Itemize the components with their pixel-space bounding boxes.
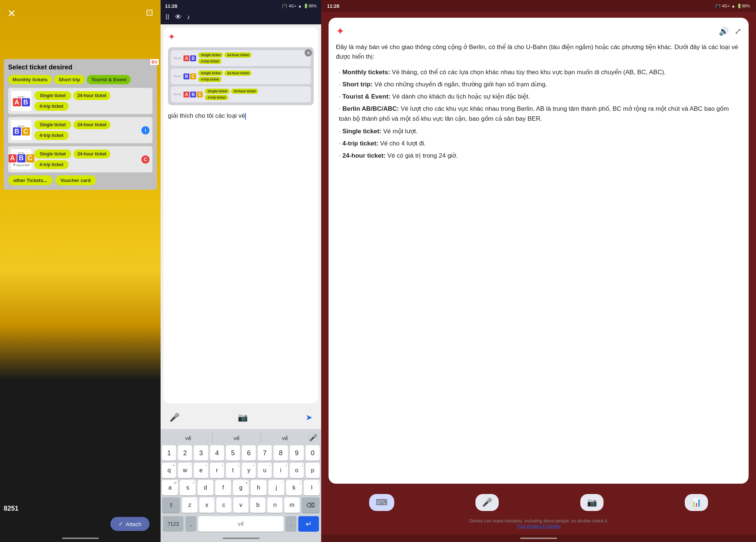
music-icon[interactable]: ♪ xyxy=(187,13,190,21)
key-7[interactable]: 7 xyxy=(258,445,272,461)
apps-icon[interactable]: ⠿ xyxy=(165,13,170,21)
space-key[interactable]: về xyxy=(198,516,284,532)
bottom-button-row: other Tickets... Voucher card xyxy=(8,175,152,185)
ticket-img-berlin-ab: Berlin xyxy=(174,56,181,60)
key-s[interactable]: s# xyxy=(180,480,196,495)
key-v[interactable]: v xyxy=(233,497,248,513)
key-8[interactable]: 8 xyxy=(274,445,288,461)
enter-key[interactable]: ↵ xyxy=(298,516,319,532)
key-k[interactable]: k( xyxy=(286,480,302,495)
short-trip-button[interactable]: Short trip xyxy=(54,75,85,84)
key-t[interactable]: t] xyxy=(226,463,240,478)
key-0[interactable]: 0 xyxy=(306,445,320,461)
expand-icon[interactable]: ⤢ xyxy=(735,27,741,36)
key-2[interactable]: 2 xyxy=(178,445,192,461)
key-6[interactable]: 6 xyxy=(242,445,256,461)
c-icon[interactable]: C xyxy=(141,155,150,164)
key-b[interactable]: b xyxy=(250,497,265,513)
key-m[interactable]: m xyxy=(284,497,299,513)
hour-ticket-bc[interactable]: 24-hour ticket xyxy=(73,120,110,129)
close-image-icon[interactable]: ✕ xyxy=(305,49,312,56)
key-x[interactable]: x" xyxy=(199,497,214,513)
berlin-label-ab: Berlin xyxy=(18,96,25,98)
bullet-short-trip: · Short trip: Vé cho những chuyến đi ngắ… xyxy=(336,79,741,89)
camera-control-button[interactable]: 📷 xyxy=(580,494,604,511)
trip-ticket-abc[interactable]: 4-trip ticket xyxy=(34,160,69,169)
bullet-monthly: · Monthly tickets: Vé tháng, có thể có c… xyxy=(336,67,741,77)
ticket-row-abc: Berlin A B C ✈ Airport BER Single ticket… xyxy=(8,146,152,172)
key-r[interactable]: r[ xyxy=(210,463,224,478)
close-icon[interactable]: ✕ xyxy=(7,7,16,20)
keyboard-asdf-row: a@ s# d f- g& h j+ k( l) xyxy=(161,480,321,495)
key-p[interactable]: p xyxy=(306,463,320,478)
backspace-key[interactable]: ⌫ xyxy=(302,497,320,513)
hour-ticket-ab[interactable]: 24-hour ticket xyxy=(73,91,110,100)
monthly-tickets-button[interactable]: Monthly tickets xyxy=(8,75,52,84)
key-1[interactable]: 1 xyxy=(162,445,176,461)
p3-signal-bars-icon: ▲ xyxy=(731,4,735,8)
key-e[interactable]: e= xyxy=(194,463,208,478)
trip-ticket-bc[interactable]: 4-trip ticket xyxy=(34,131,69,140)
key-c[interactable]: c xyxy=(216,497,231,513)
key-5[interactable]: 5 xyxy=(226,445,240,461)
key-9[interactable]: 9 xyxy=(290,445,304,461)
speaker-icon[interactable]: 🔊 xyxy=(719,27,729,36)
comma-key[interactable]: , xyxy=(185,516,196,532)
suggestion-mic-icon[interactable]: 🎤 xyxy=(309,433,317,443)
key-d[interactable]: d xyxy=(197,480,213,495)
mic-button[interactable]: 🎤 xyxy=(166,410,182,425)
ticket-img-row-bc: Berlin B C Single ticket 24-hour ticket … xyxy=(171,68,311,84)
lens-icon[interactable]: 👁 xyxy=(175,13,182,21)
key-y[interactable]: y< xyxy=(242,463,256,478)
key-4[interactable]: 4 xyxy=(210,445,224,461)
key-z[interactable]: z* xyxy=(182,497,197,513)
zone-b2: B xyxy=(13,127,21,136)
key-i[interactable]: i{ xyxy=(274,463,288,478)
key-w[interactable]: w\ xyxy=(178,463,192,478)
key-n[interactable]: n xyxy=(267,497,282,513)
mini-btns-abc: Single ticket 24-hour ticket 4-trip tick… xyxy=(205,89,308,100)
ticket-buttons-abc: Single ticket 24-hour ticket 4-trip tick… xyxy=(34,150,138,169)
suggestion-2[interactable]: về xyxy=(213,433,261,443)
key-3[interactable]: 3 xyxy=(194,445,208,461)
key-u[interactable]: u> xyxy=(258,463,272,478)
privacy-link[interactable]: Your privacy & Gemini xyxy=(517,524,560,529)
bullet-24hour: · 24-hour ticket: Vé có giá trị trong 24… xyxy=(336,151,741,161)
attach-button[interactable]: ✓ Attach xyxy=(110,517,150,531)
camera-button[interactable]: 📷 xyxy=(235,410,251,425)
ticket-buttons-bc: Single ticket 24-hour ticket 4-trip tick… xyxy=(34,120,138,140)
keyboard-control-button[interactable]: ⌨ xyxy=(369,494,394,511)
key-g[interactable]: g& xyxy=(233,480,249,495)
mic-control-button[interactable]: 🎤 xyxy=(475,494,499,511)
key-q[interactable]: q% xyxy=(162,463,176,478)
tourist-event-button[interactable]: Tourist & Event xyxy=(87,75,131,84)
keyboard-zxcv-row: ⇧ z* x" c v b n m ⌫ xyxy=(161,497,321,513)
chart-control-button[interactable]: 📊 xyxy=(685,494,708,511)
info-icon[interactable]: i xyxy=(141,126,150,134)
key-l[interactable]: l) xyxy=(304,480,320,495)
key-o[interactable]: o} xyxy=(290,463,304,478)
period-key[interactable]: . xyxy=(285,516,296,532)
single-ticket-abc[interactable]: Single ticket xyxy=(34,150,71,158)
hour-ticket-abc[interactable]: 24-hour ticket xyxy=(73,150,110,158)
ticket-buttons-ab: Single ticket 24-hour ticket 4-trip tick… xyxy=(34,91,150,111)
key-a[interactable]: a@ xyxy=(162,480,178,495)
voucher-card-button[interactable]: Voucher card xyxy=(55,175,96,185)
other-tickets-button[interactable]: other Tickets... xyxy=(8,175,52,185)
key-h[interactable]: h xyxy=(251,480,267,495)
suggestion-3[interactable]: về xyxy=(261,433,309,443)
key-f[interactable]: f- xyxy=(215,480,231,495)
chat-input-area[interactable]: giải thích cho tôi các loại vé xyxy=(168,109,314,123)
status-time-p3: 11:28 xyxy=(327,3,339,9)
ticket-img-berlin-abc: Berlin xyxy=(174,93,181,96)
suggestion-1[interactable]: về xyxy=(164,433,213,443)
shift-key[interactable]: ⇧ xyxy=(162,497,180,513)
key-j[interactable]: j+ xyxy=(268,480,284,495)
trip-ticket-ab[interactable]: 4-trip ticket xyxy=(34,102,69,111)
numbers-key[interactable]: ?123 xyxy=(163,516,183,532)
p3-notification-icon: 📳 xyxy=(715,4,721,8)
single-ticket-ab[interactable]: Single ticket xyxy=(34,91,71,100)
crop-icon[interactable]: ⊡ xyxy=(146,7,153,20)
single-ticket-bc[interactable]: Single ticket xyxy=(34,120,71,129)
send-button[interactable]: ➤ xyxy=(303,410,315,425)
